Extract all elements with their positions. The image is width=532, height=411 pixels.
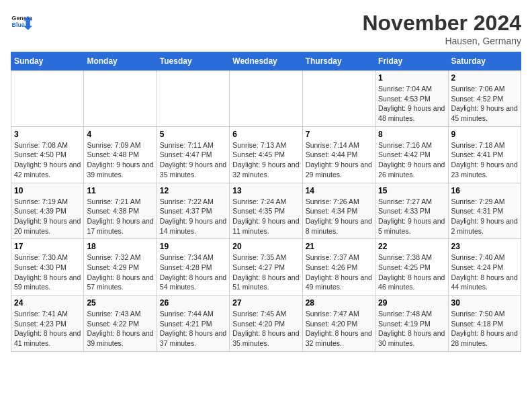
calendar-cell: 5Sunrise: 7:11 AM Sunset: 4:47 PM Daylig… [157, 126, 229, 183]
day-number: 12 [160, 186, 226, 195]
weekday-header: Saturday [448, 52, 521, 71]
day-info: Sunrise: 7:14 AM Sunset: 4:44 PM Dayligh… [306, 140, 372, 180]
day-info: Sunrise: 7:35 AM Sunset: 4:27 PM Dayligh… [232, 253, 299, 292]
calendar-cell: 7Sunrise: 7:14 AM Sunset: 4:44 PM Daylig… [302, 126, 375, 183]
month-title: November 2024 [362, 11, 521, 36]
day-info: Sunrise: 7:06 AM Sunset: 4:52 PM Dayligh… [451, 84, 518, 124]
calendar-cell: 13Sunrise: 7:24 AM Sunset: 4:35 PM Dayli… [230, 183, 302, 239]
logo: General Blue [11, 11, 32, 32]
day-number: 18 [87, 242, 153, 251]
day-info: Sunrise: 7:22 AM Sunset: 4:37 PM Dayligh… [160, 197, 226, 236]
day-number: 6 [232, 130, 299, 139]
calendar-cell: 14Sunrise: 7:26 AM Sunset: 4:34 PM Dayli… [302, 183, 375, 239]
calendar-cell: 25Sunrise: 7:43 AM Sunset: 4:22 PM Dayli… [84, 295, 157, 352]
calendar-cell [230, 71, 302, 127]
logo-icon: General Blue [11, 11, 32, 32]
calendar-cell: 11Sunrise: 7:21 AM Sunset: 4:38 PM Dayli… [84, 183, 157, 239]
calendar-week-row: 3Sunrise: 7:08 AM Sunset: 4:50 PM Daylig… [11, 126, 521, 183]
calendar-cell: 3Sunrise: 7:08 AM Sunset: 4:50 PM Daylig… [11, 126, 84, 183]
calendar-cell: 21Sunrise: 7:37 AM Sunset: 4:26 PM Dayli… [302, 239, 375, 295]
day-number: 10 [14, 186, 81, 195]
day-number: 23 [451, 242, 518, 251]
calendar-cell [157, 71, 229, 127]
svg-text:Blue: Blue [12, 21, 25, 28]
calendar-cell: 28Sunrise: 7:47 AM Sunset: 4:20 PM Dayli… [302, 295, 375, 352]
calendar-cell: 30Sunrise: 7:50 AM Sunset: 4:18 PM Dayli… [448, 295, 521, 352]
day-info: Sunrise: 7:11 AM Sunset: 4:47 PM Dayligh… [160, 140, 226, 180]
calendar-cell: 15Sunrise: 7:27 AM Sunset: 4:33 PM Dayli… [375, 183, 448, 239]
calendar-cell: 1Sunrise: 7:04 AM Sunset: 4:53 PM Daylig… [375, 71, 448, 127]
day-info: Sunrise: 7:47 AM Sunset: 4:20 PM Dayligh… [306, 309, 372, 349]
day-info: Sunrise: 7:24 AM Sunset: 4:35 PM Dayligh… [232, 197, 299, 236]
day-info: Sunrise: 7:43 AM Sunset: 4:22 PM Dayligh… [87, 309, 153, 349]
calendar-week-row: 1Sunrise: 7:04 AM Sunset: 4:53 PM Daylig… [11, 71, 521, 127]
calendar-header-row: SundayMondayTuesdayWednesdayThursdayFrid… [11, 52, 521, 71]
calendar-cell [302, 71, 375, 127]
calendar-cell: 12Sunrise: 7:22 AM Sunset: 4:37 PM Dayli… [157, 183, 229, 239]
day-info: Sunrise: 7:34 AM Sunset: 4:28 PM Dayligh… [160, 253, 226, 292]
day-info: Sunrise: 7:21 AM Sunset: 4:38 PM Dayligh… [87, 197, 153, 236]
weekday-header: Sunday [11, 52, 84, 71]
calendar-week-row: 10Sunrise: 7:19 AM Sunset: 4:39 PM Dayli… [11, 183, 521, 239]
day-number: 21 [306, 242, 372, 251]
day-info: Sunrise: 7:32 AM Sunset: 4:29 PM Dayligh… [87, 253, 153, 292]
weekday-header: Wednesday [230, 52, 302, 71]
calendar-cell: 16Sunrise: 7:29 AM Sunset: 4:31 PM Dayli… [448, 183, 521, 239]
calendar-cell: 26Sunrise: 7:44 AM Sunset: 4:21 PM Dayli… [157, 295, 229, 352]
day-number: 14 [306, 186, 372, 195]
day-info: Sunrise: 7:08 AM Sunset: 4:50 PM Dayligh… [14, 140, 81, 180]
calendar-cell: 22Sunrise: 7:38 AM Sunset: 4:25 PM Dayli… [375, 239, 448, 295]
weekday-header: Thursday [302, 52, 375, 71]
day-info: Sunrise: 7:48 AM Sunset: 4:19 PM Dayligh… [378, 309, 445, 349]
day-number: 26 [160, 298, 226, 308]
calendar-cell: 18Sunrise: 7:32 AM Sunset: 4:29 PM Dayli… [84, 239, 157, 295]
day-number: 5 [160, 130, 226, 139]
day-info: Sunrise: 7:18 AM Sunset: 4:41 PM Dayligh… [451, 140, 518, 180]
day-info: Sunrise: 7:13 AM Sunset: 4:45 PM Dayligh… [232, 140, 299, 180]
day-number: 9 [451, 130, 518, 139]
day-number: 24 [14, 298, 81, 308]
title-block: November 2024 Hausen, Germany [362, 11, 521, 46]
weekday-header: Friday [375, 52, 448, 71]
day-number: 15 [378, 186, 445, 195]
page-header: General Blue November 2024 Hausen, Germa… [11, 11, 521, 46]
day-number: 11 [87, 186, 153, 195]
day-info: Sunrise: 7:40 AM Sunset: 4:24 PM Dayligh… [451, 253, 518, 292]
day-number: 4 [87, 130, 153, 139]
day-number: 22 [378, 242, 445, 251]
day-number: 8 [378, 130, 445, 139]
day-number: 25 [87, 298, 153, 308]
day-info: Sunrise: 7:27 AM Sunset: 4:33 PM Dayligh… [378, 197, 445, 236]
calendar-cell: 4Sunrise: 7:09 AM Sunset: 4:48 PM Daylig… [84, 126, 157, 183]
calendar-cell: 9Sunrise: 7:18 AM Sunset: 4:41 PM Daylig… [448, 126, 521, 183]
day-number: 17 [14, 242, 81, 251]
calendar-cell: 6Sunrise: 7:13 AM Sunset: 4:45 PM Daylig… [230, 126, 302, 183]
calendar-cell: 19Sunrise: 7:34 AM Sunset: 4:28 PM Dayli… [157, 239, 229, 295]
day-info: Sunrise: 7:38 AM Sunset: 4:25 PM Dayligh… [378, 253, 445, 292]
day-number: 2 [451, 73, 518, 83]
day-number: 30 [451, 298, 518, 308]
day-info: Sunrise: 7:26 AM Sunset: 4:34 PM Dayligh… [306, 197, 372, 236]
day-info: Sunrise: 7:41 AM Sunset: 4:23 PM Dayligh… [14, 309, 81, 349]
day-number: 19 [160, 242, 226, 251]
day-info: Sunrise: 7:09 AM Sunset: 4:48 PM Dayligh… [87, 140, 153, 180]
calendar-cell: 29Sunrise: 7:48 AM Sunset: 4:19 PM Dayli… [375, 295, 448, 352]
day-info: Sunrise: 7:19 AM Sunset: 4:39 PM Dayligh… [14, 197, 81, 236]
location: Hausen, Germany [362, 36, 521, 46]
calendar-cell [11, 71, 84, 127]
day-number: 27 [232, 298, 299, 308]
day-info: Sunrise: 7:44 AM Sunset: 4:21 PM Dayligh… [160, 309, 226, 349]
day-info: Sunrise: 7:37 AM Sunset: 4:26 PM Dayligh… [306, 253, 372, 292]
day-info: Sunrise: 7:16 AM Sunset: 4:42 PM Dayligh… [378, 140, 445, 180]
day-number: 16 [451, 186, 518, 195]
calendar-week-row: 17Sunrise: 7:30 AM Sunset: 4:30 PM Dayli… [11, 239, 521, 295]
calendar-cell: 17Sunrise: 7:30 AM Sunset: 4:30 PM Dayli… [11, 239, 84, 295]
day-info: Sunrise: 7:04 AM Sunset: 4:53 PM Dayligh… [378, 84, 445, 124]
calendar-cell: 27Sunrise: 7:45 AM Sunset: 4:20 PM Dayli… [230, 295, 302, 352]
day-number: 28 [306, 298, 372, 308]
calendar-table: SundayMondayTuesdayWednesdayThursdayFrid… [11, 52, 521, 352]
day-info: Sunrise: 7:50 AM Sunset: 4:18 PM Dayligh… [451, 309, 518, 349]
calendar-cell [84, 71, 157, 127]
day-number: 3 [14, 130, 81, 139]
calendar-cell: 20Sunrise: 7:35 AM Sunset: 4:27 PM Dayli… [230, 239, 302, 295]
